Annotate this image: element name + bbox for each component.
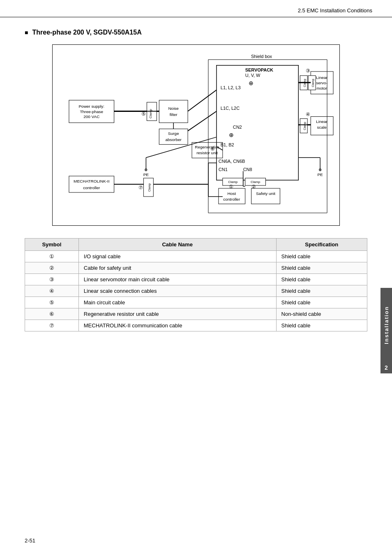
spec-cell: Shield cable [276, 273, 367, 285]
table-row: ①I/O signal cableShield cable [25, 250, 367, 262]
svg-text:②: ② [251, 184, 256, 190]
table-header-specification: Specification [276, 238, 367, 250]
svg-text:Clamp: Clamp [303, 122, 307, 130]
table-row: ④Linear scale connection cablesShield ca… [25, 285, 367, 297]
table-row: ③Linear servomotor main circuit cableShi… [25, 273, 367, 285]
svg-text:④: ④ [306, 111, 310, 117]
symbol-cell: ③ [25, 273, 79, 285]
svg-text:⑥: ⑥ [210, 146, 215, 152]
cable-name-cell: Cable for safety unit [78, 262, 276, 273]
svg-text:①: ① [229, 184, 233, 190]
svg-text:absorber: absorber [165, 137, 182, 142]
page-number: 2-51 [25, 537, 35, 544]
svg-text:PE: PE [317, 172, 323, 177]
svg-text:MECHATROLINK-II: MECHATROLINK-II [74, 179, 109, 183]
svg-text:③: ③ [306, 68, 310, 74]
page-header-title: 2.5 EMC Installation Conditions [298, 7, 372, 14]
svg-text:L1, L2, L3: L1, L2, L3 [221, 85, 241, 90]
svg-text:Safety unit: Safety unit [256, 191, 275, 196]
wiring-diagram: Shield box SERVOPACK U, V, W L1, L2, L3 … [57, 49, 335, 221]
spec-cell: Shield cable [276, 285, 367, 297]
svg-text:PE: PE [143, 172, 149, 177]
svg-text:Clamp: Clamp [148, 183, 151, 192]
svg-text:scale: scale [317, 125, 327, 130]
svg-rect-21 [159, 100, 188, 123]
symbol-cell: ② [25, 262, 79, 273]
svg-text:filter: filter [170, 112, 178, 117]
svg-text:Linear: Linear [316, 119, 327, 124]
svg-rect-36 [251, 188, 280, 204]
cable-name-cell: Main circuit cable [78, 297, 276, 308]
diagram-container: Shield box SERVOPACK U, V, W L1, L2, L3 … [52, 44, 340, 226]
svg-line-73 [188, 90, 217, 111]
svg-text:motor: motor [316, 86, 327, 90]
svg-text:CN6A, CN6B: CN6A, CN6B [219, 159, 245, 164]
svg-text:Linear: Linear [316, 75, 327, 80]
svg-text:Host: Host [227, 191, 236, 196]
cable-name-cell: Regenerative resistor unit cable [78, 308, 276, 320]
svg-text:Power supply:: Power supply: [78, 104, 104, 109]
table-row: ⑥Regenerative resistor unit cableNon-shi… [25, 308, 367, 320]
svg-text:L1C, L2C: L1C, L2C [221, 106, 240, 111]
table-header-symbol: Symbol [25, 238, 79, 250]
svg-text:Clamp: Clamp [311, 79, 315, 87]
svg-text:Three-phase: Three-phase [80, 109, 103, 114]
cable-table: Symbol Cable Name Specification ①I/O sig… [25, 238, 367, 331]
svg-text:Clamp: Clamp [251, 180, 261, 184]
svg-text:CN1: CN1 [219, 167, 228, 172]
chapter-number: 2 [380, 362, 392, 373]
cable-name-cell: MECHATROLINK-II communication cable [78, 320, 276, 331]
svg-text:⊕: ⊕ [249, 80, 254, 86]
svg-text:Clamp: Clamp [149, 109, 152, 118]
table-row: ⑦MECHATROLINK-II communication cableShie… [25, 320, 367, 331]
spec-cell: Shield cable [276, 262, 367, 273]
section-heading: Three-phase 200 V, SGDV-550A15A [25, 29, 367, 36]
svg-text:200 VAC: 200 VAC [83, 114, 99, 119]
table-row: ⑤Main circuit cableShield cable [25, 297, 367, 308]
svg-text:⑦: ⑦ [138, 185, 143, 190]
svg-text:Clamp: Clamp [228, 180, 238, 184]
cable-name-cell: Linear servomotor main circuit cable [78, 273, 276, 285]
installation-tab: Installation [380, 288, 392, 362]
spec-cell: Shield cable [276, 250, 367, 262]
svg-text:controller: controller [83, 185, 100, 190]
cable-name-cell: Linear scale connection cables [78, 285, 276, 297]
svg-text:CN8: CN8 [243, 167, 252, 172]
svg-text:servo-: servo- [316, 81, 327, 85]
svg-text:CN2: CN2 [233, 125, 242, 130]
svg-text:Shield box: Shield box [251, 54, 272, 59]
svg-text:Noise: Noise [168, 106, 179, 111]
svg-text:SERVOPACK: SERVOPACK [245, 67, 273, 72]
symbol-cell: ⑤ [25, 297, 79, 308]
symbol-cell: ⑥ [25, 308, 79, 320]
svg-text:⊕: ⊕ [229, 132, 234, 138]
svg-text:U, V, W: U, V, W [245, 73, 261, 78]
spec-cell: Shield cable [276, 297, 367, 308]
symbol-cell: ① [25, 250, 79, 262]
table-header-cable-name: Cable Name [78, 238, 276, 250]
spec-cell: Shield cable [276, 320, 367, 331]
cable-name-cell: I/O signal cable [78, 250, 276, 262]
spec-cell: Non-shield cable [276, 308, 367, 320]
symbol-cell: ④ [25, 285, 79, 297]
symbol-cell: ⑦ [25, 320, 79, 331]
svg-text:Surge: Surge [168, 131, 179, 136]
table-row: ②Cable for safety unitShield cable [25, 262, 367, 273]
svg-rect-33 [219, 188, 245, 204]
svg-text:controller: controller [223, 197, 240, 202]
svg-line-74 [188, 111, 217, 131]
svg-text:Regenerative: Regenerative [195, 145, 219, 149]
